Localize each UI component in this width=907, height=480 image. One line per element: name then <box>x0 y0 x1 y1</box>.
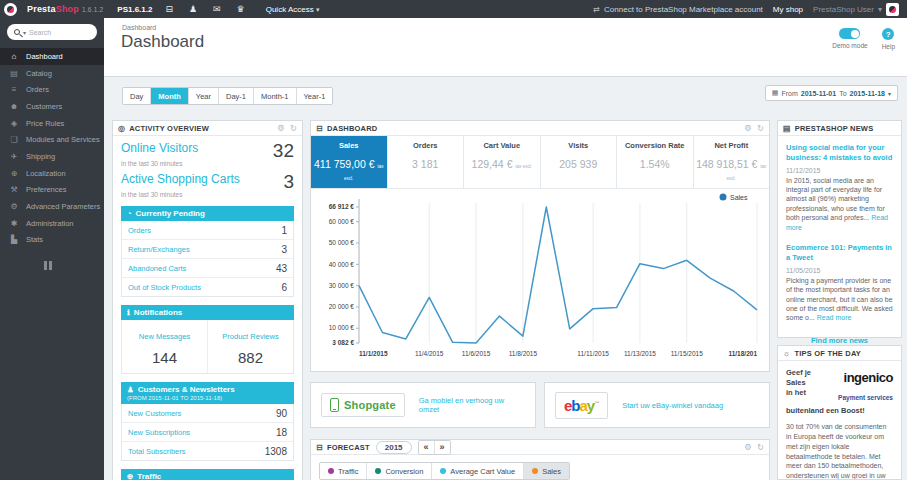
svg-text:30 000 €: 30 000 € <box>329 282 355 289</box>
sidebar-item-administration[interactable]: ✱Administration <box>0 215 104 232</box>
gear-icon[interactable]: ⚙ <box>277 123 285 133</box>
svg-text:60 000 €: 60 000 € <box>329 218 355 225</box>
lightbulb-icon: ☼ <box>783 349 791 358</box>
shopgate-logo: Shopgate <box>321 393 405 417</box>
news-article-title-link[interactable]: Ecommerce 101: Payments in a Tweet <box>786 243 893 263</box>
svg-text:10 000 €: 10 000 € <box>329 324 355 331</box>
chevron-down-icon: ▾ <box>316 6 320 13</box>
range-month-button[interactable]: Month <box>151 88 189 104</box>
list-icon: ≡ <box>9 85 19 94</box>
svg-text:11/4/2015: 11/4/2015 <box>415 350 444 357</box>
range-month-1-button[interactable]: Month-1 <box>254 88 297 104</box>
truck-icon: ✈ <box>9 152 19 161</box>
sidebar-item-dashboard[interactable]: ⌂Dashboard <box>0 48 104 65</box>
sidebar-item-orders[interactable]: ≡Orders <box>0 81 104 98</box>
sidebar-item-modules[interactable]: ❑Modules and Services <box>0 131 104 148</box>
news-panel-title: ▤PRESTASHOP NEWS <box>783 124 873 133</box>
marketplace-link[interactable]: ⇄Connect to PrestaShop Marketplace accou… <box>593 5 762 14</box>
sidebar-item-price-rules[interactable]: ◈Price Rules <box>0 115 104 132</box>
refresh-icon[interactable]: ↻ <box>290 123 297 133</box>
chevron-down-icon: ▾ <box>878 5 882 14</box>
demo-mode-control: Demo mode <box>832 28 867 50</box>
user-menu[interactable]: PrestaShop User ▾ <box>813 3 899 16</box>
sidebar-item-shipping[interactable]: ✈Shipping <box>0 148 104 165</box>
forecast-tab-average-cart-value[interactable]: Average Cart Value <box>432 463 524 479</box>
sidebar-item-advanced-parameters[interactable]: ⚙Advanced Parameters <box>0 198 104 215</box>
kpi-cart-value[interactable]: Cart Value129,44 € tax excl. <box>464 136 541 188</box>
refresh-icon[interactable]: ↻ <box>757 123 764 133</box>
help-icon[interactable]: ? <box>882 28 894 40</box>
new-subscriptions-link[interactable]: New Subscriptions <box>128 428 190 437</box>
new-customers-link[interactable]: New Customers <box>128 409 181 418</box>
active-carts-link[interactable]: Active Shopping Carts <box>121 173 240 186</box>
my-shop-link[interactable]: My shop <box>773 5 803 14</box>
forecast-nav: « » <box>418 440 451 455</box>
customers-icon[interactable]: ♟ <box>186 5 200 14</box>
sidebar-search[interactable]: ▾ <box>7 24 97 40</box>
kpi-sales[interactable]: Sales411 759,00 € tax excl. <box>311 136 388 188</box>
cart-icon: ⊟ <box>316 443 323 452</box>
range-year-1-button[interactable]: Year-1 <box>297 88 333 104</box>
range-year-button[interactable]: Year <box>189 88 219 104</box>
forecast-next-button[interactable]: » <box>435 441 450 454</box>
gear-icon[interactable]: ⚙ <box>744 123 752 133</box>
date-range-picker[interactable]: ▦ From2015-11-01 To2015-11-18 ▾ <box>765 85 898 101</box>
kpi-visits[interactable]: Visits205 939 <box>541 136 618 188</box>
range-day-1-button[interactable]: Day-1 <box>219 88 254 104</box>
newspaper-icon: ▤ <box>783 124 791 133</box>
sidebar-item-preferences[interactable]: ⚒Preferences <box>0 182 104 199</box>
brand-title: PrestaShop1.6.1.2 <box>27 4 103 14</box>
find-more-news-link[interactable]: Find more news <box>786 336 893 345</box>
quick-access-menu[interactable]: Quick Access ▾ <box>266 5 320 14</box>
ingenico-logo[interactable]: ingenico Payment services <box>817 368 893 404</box>
read-more-link[interactable]: Read more <box>817 314 852 321</box>
out-of-stock-link[interactable]: Out of Stock Products <box>128 283 201 292</box>
traffic-section: ⊕Traffic (FROM 2015-11-01 TO 2015-11-18)… <box>121 469 294 480</box>
ebay-banner[interactable]: ebay™ Start uw eBay-winkel vandaag <box>544 382 770 428</box>
messages-icon[interactable]: ✉ <box>210 5 224 14</box>
abandoned-carts-link[interactable]: Abandoned Carts <box>128 264 186 273</box>
phone-icon <box>330 398 339 412</box>
demo-mode-label: Demo mode <box>832 42 867 49</box>
active-carts-value: 3 <box>283 173 294 190</box>
sidebar-item-customers[interactable]: ☻Customers <box>0 98 104 115</box>
kpi-conversion-rate[interactable]: Conversion Rate1.54% <box>617 136 694 188</box>
sidebar-collapse-button[interactable] <box>44 261 104 270</box>
product-reviews-link[interactable]: Product Reviews <box>222 332 278 341</box>
breadcrumb[interactable]: Dashboard <box>122 24 156 31</box>
forecast-prev-button[interactable]: « <box>419 441 435 454</box>
ebay-link[interactable]: Start uw eBay-winkel vandaag <box>622 401 723 410</box>
prestashop-logo-icon[interactable] <box>4 3 17 16</box>
sidebar-item-stats[interactable]: ▙Stats <box>0 232 104 249</box>
range-day-button[interactable]: Day <box>123 88 151 104</box>
refresh-icon[interactable]: ↻ <box>757 442 764 452</box>
pending-orders-link[interactable]: Orders <box>128 226 151 235</box>
kpi-orders[interactable]: Orders3 181 <box>388 136 465 188</box>
news-article-title-link[interactable]: Using social media for your business: 4 … <box>786 143 893 163</box>
clock-icon: ◔ <box>127 209 132 218</box>
shopgate-banner[interactable]: Shopgate Ga mobiel en verhoog uw omzet <box>310 382 536 428</box>
svg-text:3 082 €: 3 082 € <box>332 339 354 346</box>
search-input[interactable] <box>29 29 90 36</box>
gear-icon[interactable]: ⚙ <box>744 442 752 452</box>
forecast-tab-conversion[interactable]: Conversion <box>367 463 432 479</box>
news-article: Using social media for your business: 4 … <box>786 143 893 232</box>
demo-mode-toggle[interactable] <box>839 28 860 39</box>
forecast-tab-sales[interactable]: Sales <box>524 463 569 479</box>
new-messages-link[interactable]: New Messages <box>139 332 190 341</box>
cart-icon[interactable]: ⊟ <box>162 5 176 14</box>
online-visitors-link[interactable]: Online Visitors <box>121 142 198 155</box>
pending-returns-link[interactable]: Return/Exchanges <box>128 245 190 254</box>
forecast-tab-traffic[interactable]: Traffic <box>320 463 367 479</box>
svg-text:11/13/2015: 11/13/2015 <box>624 350 656 357</box>
shopgate-link[interactable]: Ga mobiel en verhoog uw omzet <box>419 396 525 414</box>
total-subscribers-link[interactable]: Total Subscribers <box>128 447 186 456</box>
tips-body-text: 30 tot 70% van de consumenten in Europa … <box>786 422 893 480</box>
trophy-icon[interactable]: ♛ <box>234 5 248 14</box>
sidebar: ▾ ⌂Dashboard ▤Catalog ≡Orders ☻Customers… <box>0 18 104 480</box>
sales-line-chart: 66 912 €60 000 €50 000 €40 000 €30 000 €… <box>311 189 769 367</box>
sidebar-item-localization[interactable]: ⊕Localization <box>0 165 104 182</box>
forecast-year[interactable]: 2015 <box>376 441 412 454</box>
sidebar-item-catalog[interactable]: ▤Catalog <box>0 65 104 82</box>
kpi-net-profit[interactable]: Net Profit148 918,51 € tax excl. <box>694 136 770 188</box>
